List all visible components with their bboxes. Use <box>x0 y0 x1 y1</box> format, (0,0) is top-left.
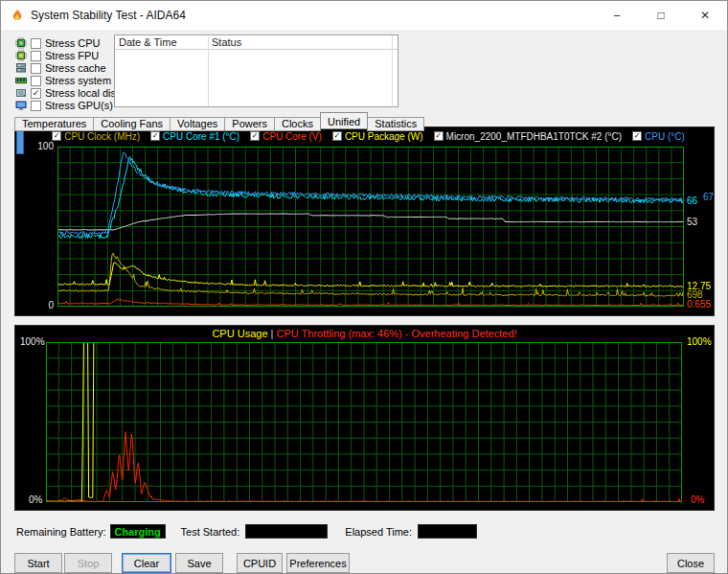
cpu-usage-plot <box>46 342 682 502</box>
legend-label-cpu-temp: CPU (°C) <box>645 131 685 142</box>
tab-temperatures[interactable]: Temperatures <box>14 117 94 131</box>
stress-gpu-checkbox[interactable] <box>31 101 41 111</box>
checkbox-icon[interactable]: ✓ <box>332 131 342 141</box>
cache-icon <box>15 62 27 74</box>
legend-item-cpu-core-voltage[interactable]: ✓ CPU Core (V) <box>250 131 322 142</box>
cpu-icon <box>15 37 27 49</box>
checkbox-icon[interactable]: ✓ <box>150 131 160 141</box>
event-log-table: Date & Time Status <box>114 34 398 107</box>
close-window-button[interactable]: ✕ <box>683 1 727 30</box>
test-started-value <box>245 524 328 539</box>
close-button[interactable]: Close <box>667 553 715 573</box>
status-bar: Remaining Battery: Charging Test Started… <box>16 524 477 539</box>
stress-gpu-label: Stress GPU(s) <box>45 100 113 111</box>
stress-memory-checkbox[interactable] <box>31 76 41 86</box>
tab-voltages[interactable]: Voltages <box>170 117 225 131</box>
stress-cache-label: Stress cache <box>45 62 106 74</box>
usage-left-max-label: 100% <box>20 336 45 347</box>
system-stability-test-window: System Stability Test - AIDA64 – □ ✕ Str… <box>0 0 728 574</box>
current-value-ssd-temp: 53 <box>687 217 697 227</box>
stress-cache-row[interactable]: Stress cache <box>15 62 125 74</box>
tab-clocks[interactable]: Clocks <box>274 117 321 131</box>
stress-disks-checkbox[interactable]: ✓ <box>31 88 41 99</box>
legend-label-cpu-core1-temp: CPU Core #1 (°C) <box>163 131 239 142</box>
legend-item-cpu-clock[interactable]: ✓ CPU Clock (MHz) <box>52 131 140 142</box>
stress-cpu-checkbox[interactable] <box>31 38 41 49</box>
fpu-icon <box>15 50 27 61</box>
tab-cooling-fans[interactable]: Cooling Fans <box>93 117 171 131</box>
unified-chart-legend: ✓ CPU Clock (MHz) ✓ CPU Core #1 (°C) ✓ C… <box>27 129 710 143</box>
aida64-flame-icon <box>10 8 25 23</box>
window-title: System Stability Test - AIDA64 <box>31 9 186 22</box>
stress-cache-checkbox[interactable] <box>31 63 41 74</box>
cpu-usage-chart-title: CPU Usage | CPU Throttling (max: 46%) - … <box>15 328 714 339</box>
checkbox-icon[interactable]: ✓ <box>52 131 61 141</box>
title-separator: | <box>271 328 274 339</box>
column-header-status[interactable]: Status <box>208 36 392 48</box>
stop-button[interactable]: Stop <box>64 553 112 573</box>
stress-fpu-checkbox[interactable] <box>31 51 41 61</box>
column-divider <box>392 35 393 106</box>
checkbox-icon[interactable]: ✓ <box>434 131 444 141</box>
legend-label-cpu-package-power: CPU Package (W) <box>345 131 423 142</box>
legend-item-cpu-core1-temp[interactable]: ✓ CPU Core #1 (°C) <box>150 131 239 142</box>
stress-cpu-label: Stress CPU <box>45 37 100 49</box>
stress-disks-row[interactable]: ✓ Stress local disks <box>15 87 125 99</box>
y-axis-min-label: 0 <box>31 300 54 310</box>
maximize-button[interactable]: □ <box>639 1 683 30</box>
client-area: Stress CPU Stress FPU Str <box>1 30 727 573</box>
stress-cpu-row[interactable]: Stress CPU <box>15 37 125 49</box>
column-divider <box>208 35 209 106</box>
start-button[interactable]: Start <box>14 553 62 573</box>
battery-status-value: Charging <box>110 524 166 539</box>
save-button[interactable]: Save <box>175 553 223 573</box>
y-axis-max-label: 100 <box>31 141 54 151</box>
unified-chart-plot <box>57 147 684 307</box>
legend-item-cpu-temp[interactable]: ✓ CPU (°C) <box>632 131 685 142</box>
minimize-button[interactable]: – <box>595 1 639 30</box>
stress-fpu-row[interactable]: Stress FPU <box>15 50 125 61</box>
legend-label-ssd-temp: Micron_2200_MTFDHBA1T0TCK #2 (°C) <box>446 131 623 142</box>
checkbox-icon[interactable]: ✓ <box>632 131 642 141</box>
window-controls: – □ ✕ <box>595 1 727 30</box>
tab-statistics[interactable]: Statistics <box>367 117 424 131</box>
unified-chart-panel: ✓ CPU Clock (MHz) ✓ CPU Core #1 (°C) ✓ C… <box>14 126 715 316</box>
legend-item-ssd-temp[interactable]: ✓ Micron_2200_MTFDHBA1T0TCK #2 (°C) <box>434 131 623 142</box>
column-header-date-time[interactable]: Date & Time <box>115 36 208 48</box>
preferences-button[interactable]: Preferences <box>286 553 350 573</box>
stress-memory-row[interactable]: Stress system memory <box>15 75 125 86</box>
cpuid-button[interactable]: CPUID <box>237 553 283 573</box>
battery-label: Remaining Battery: <box>16 526 106 538</box>
legend-label-cpu-core-voltage: CPU Core (V) <box>262 131 322 142</box>
throttling-alert-text: CPU Throttling (max: 46%) - Overheating … <box>276 328 516 339</box>
stress-gpu-row[interactable]: Stress GPU(s) <box>15 100 125 111</box>
tab-unified[interactable]: Unified <box>320 112 368 129</box>
clear-button[interactable]: Clear <box>122 553 171 573</box>
legend-label-cpu-clock: CPU Clock (MHz) <box>64 131 140 142</box>
checkbox-icon[interactable]: ✓ <box>250 131 260 141</box>
test-started-label: Test Started: <box>181 526 240 538</box>
disk-icon <box>15 87 27 99</box>
current-value-cpu-core1-temp: 66 <box>687 195 697 206</box>
stress-fpu-label: Stress FPU <box>45 50 99 61</box>
memory-icon <box>15 75 27 86</box>
usage-right-max-label: 100% <box>687 336 712 347</box>
current-value-cpu-temp: 67 <box>703 192 714 202</box>
stress-options-panel: Stress CPU Stress FPU Str <box>15 37 125 112</box>
titlebar[interactable]: System Stability Test - AIDA64 – □ ✕ <box>1 1 727 30</box>
log-table-header: Date & Time Status <box>115 35 398 50</box>
cpu-usage-chart-panel: CPU Usage | CPU Throttling (max: 46%) - … <box>14 325 715 511</box>
elapsed-time-value <box>418 524 477 539</box>
legend-item-cpu-package-power[interactable]: ✓ CPU Package (W) <box>332 131 423 142</box>
usage-left-min-label: 0% <box>29 494 42 505</box>
throttling-right-min-label: 0% <box>691 494 704 505</box>
gpu-icon <box>15 100 27 111</box>
tab-powers[interactable]: Powers <box>224 117 275 131</box>
current-value-cpu-core-voltage: 0.655 <box>687 299 711 310</box>
elapsed-time-label: Elapsed Time: <box>345 526 412 538</box>
cpu-usage-title-text: CPU Usage <box>212 328 267 339</box>
chart-tabs: Temperatures Cooling Fans Voltages Power… <box>14 112 423 129</box>
chart-scrollbar-thumb[interactable] <box>16 129 24 154</box>
